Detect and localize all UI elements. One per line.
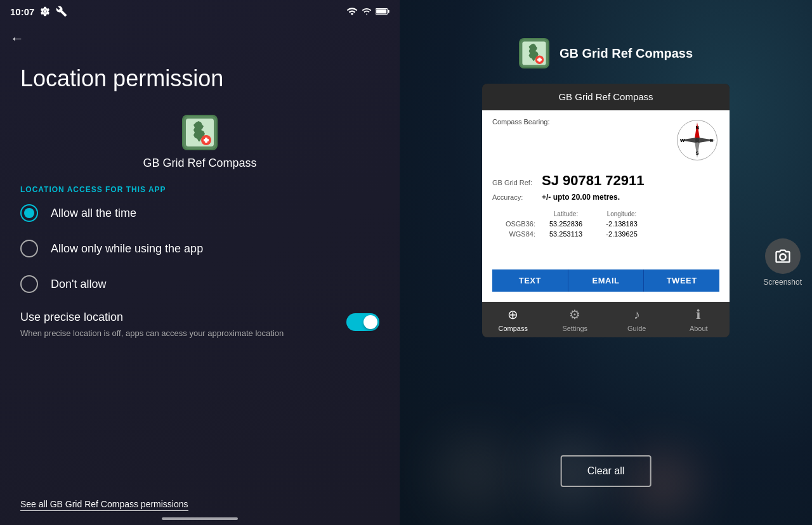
app-icon-container: GB Grid Ref Compass: [20, 115, 379, 170]
page-title: Location permission: [20, 65, 379, 92]
app-card-header: GB Grid Ref Compass: [519, 38, 693, 68]
left-panel: 10:07 ←: [0, 0, 400, 525]
settings-tab-label: Settings: [562, 325, 587, 332]
app-name: GB Grid Ref Compass: [143, 157, 256, 170]
accuracy-label: Accuracy:: [492, 193, 537, 201]
osgb36-lng: -2.138183: [596, 220, 647, 228]
toggle-knob: [363, 315, 377, 329]
radio-dont-allow[interactable]: Don't allow: [20, 275, 379, 293]
compass-rose: N S E W: [675, 118, 719, 162]
status-left: 10:07: [10, 6, 67, 17]
precise-location-section: Use precise location When precise locati…: [20, 311, 379, 339]
coords-container: Latitude: Longitude: OSGB36: 53.252836 -…: [492, 211, 719, 238]
tweet-button[interactable]: TWEET: [644, 269, 719, 292]
screenshot-button[interactable]: Screenshot: [763, 238, 802, 287]
wrench-icon: [56, 6, 67, 17]
tab-compass[interactable]: ⊕ Compass: [482, 307, 544, 332]
settings-icon: [39, 6, 51, 17]
svg-text:S: S: [695, 150, 698, 156]
svg-rect-8: [204, 139, 209, 141]
radio-circle-dont-allow: [20, 275, 38, 293]
bottom-link-container: See all GB Grid Ref Compass permissions: [20, 498, 379, 510]
app-card-title: GB Grid Ref Compass: [560, 46, 693, 61]
app-icon: [182, 115, 218, 150]
svg-point-0: [44, 10, 47, 13]
precise-description: When precise location is off, apps can a…: [20, 328, 284, 339]
status-time: 10:07: [10, 6, 34, 17]
action-buttons: TEXT EMAIL TWEET: [492, 269, 719, 292]
screenshot-icon: [774, 247, 792, 265]
right-panel: GB Grid Ref Compass GB Grid Ref Compass …: [400, 0, 812, 525]
grid-ref-row: GB Grid Ref: SJ 90781 72911: [492, 172, 719, 189]
grid-ref-label: GB Grid Ref:: [492, 179, 537, 186]
radio-label-dont-allow: Don't allow: [51, 278, 106, 291]
status-right: [346, 6, 390, 17]
left-content: Location permission GB Grid Ref Compass: [0, 52, 400, 525]
app-card: GB Grid Ref Compass Compass Bearing:: [482, 84, 730, 337]
clear-all-button[interactable]: Clear all: [561, 455, 652, 487]
app-card-body: Compass Bearing: N S: [482, 110, 730, 302]
svg-rect-2: [388, 10, 389, 13]
app-card-icon: [519, 38, 549, 68]
accuracy-row: Accuracy: +/- upto 20.00 metres.: [492, 193, 719, 202]
see-all-permissions-link[interactable]: See all GB Grid Ref Compass permissions: [20, 499, 188, 511]
compass-tab-label: Compass: [499, 325, 528, 332]
svg-text:E: E: [710, 138, 713, 143]
settings-tab-icon: ⚙: [569, 307, 580, 322]
back-button[interactable]: ←: [0, 23, 400, 52]
guide-tab-icon: ♪: [634, 308, 640, 322]
longitude-header: Longitude:: [596, 211, 647, 217]
svg-point-19: [695, 138, 700, 143]
accuracy-value: +/- upto 20.00 metres.: [542, 193, 620, 202]
precise-row: Use precise location When precise locati…: [20, 311, 379, 339]
svg-rect-3: [376, 10, 386, 14]
precise-toggle[interactable]: [346, 313, 379, 331]
precise-title: Use precise location: [20, 311, 284, 324]
compass-section: Compass Bearing: N S: [492, 118, 719, 162]
radio-label-while-using: Allow only while using the app: [51, 242, 203, 256]
svg-rect-13: [537, 58, 542, 60]
status-bar: 10:07: [0, 0, 400, 23]
wgs84-lat: 53.253113: [540, 230, 591, 238]
app-card-top-bar: GB Grid Ref Compass: [482, 84, 730, 110]
app-icon-svg: [183, 116, 216, 149]
precise-text: Use precise location When precise locati…: [20, 311, 284, 339]
about-tab-label: About: [690, 325, 708, 332]
text-button[interactable]: TEXT: [492, 269, 568, 292]
grid-ref-value: SJ 90781 72911: [542, 172, 645, 189]
tab-settings[interactable]: ⚙ Settings: [544, 307, 606, 332]
app-card-icon-svg: [520, 39, 548, 67]
compass-tab-icon: ⊕: [508, 307, 518, 322]
osgb36-label: OSGB36:: [497, 220, 535, 228]
battery-icon: [376, 6, 390, 16]
osgb36-lat: 53.252836: [540, 220, 591, 228]
guide-tab-label: Guide: [627, 325, 646, 332]
screenshot-icon-wrap: [765, 238, 801, 274]
tab-about[interactable]: ℹ About: [668, 307, 730, 332]
radio-allow-all[interactable]: Allow all the time: [20, 204, 379, 222]
radio-circle-while-using: [20, 240, 38, 257]
radio-while-using[interactable]: Allow only while using the app: [20, 240, 379, 257]
wgs84-row: WGS84: 53.253113 -2.139625: [492, 230, 719, 238]
wgs84-lng: -2.139625: [596, 230, 647, 238]
wifi-icon: [346, 6, 358, 17]
email-button[interactable]: EMAIL: [568, 269, 645, 292]
svg-text:W: W: [680, 138, 685, 143]
coords-header-row: Latitude: Longitude:: [492, 211, 719, 217]
osgb36-row: OSGB36: 53.252836 -2.138183: [492, 220, 719, 228]
home-bar: [162, 517, 238, 520]
about-tab-icon: ℹ: [696, 307, 701, 322]
bg-blur-1: [438, 436, 514, 512]
signal-icon: [362, 6, 372, 16]
tab-guide[interactable]: ♪ Guide: [606, 308, 668, 332]
section-label: LOCATION ACCESS FOR THIS APP: [20, 185, 379, 194]
compass-bearing-label: Compass Bearing:: [492, 118, 550, 126]
screenshot-label: Screenshot: [763, 278, 802, 287]
radio-circle-allow-all: [20, 204, 38, 222]
radio-inner-allow-all: [24, 208, 34, 218]
radio-label-allow-all: Allow all the time: [51, 207, 136, 220]
latitude-header: Latitude:: [540, 211, 591, 217]
wgs84-label: WGS84:: [497, 230, 535, 238]
app-card-top-bar-title: GB Grid Ref Compass: [558, 91, 653, 102]
app-card-bottom-bar: ⊕ Compass ⚙ Settings ♪ Guide ℹ About: [482, 302, 730, 337]
